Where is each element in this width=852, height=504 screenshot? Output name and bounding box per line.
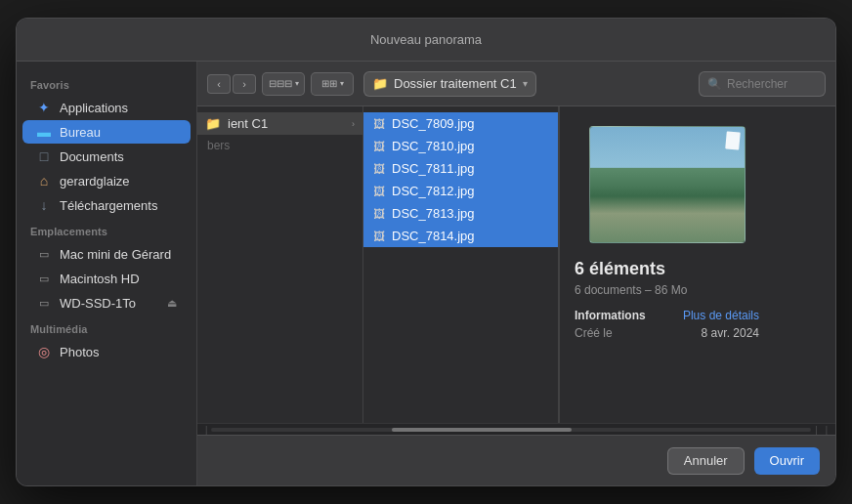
location-pill[interactable]: 📁 Dossier traitement C1 ▾: [363, 71, 536, 97]
sidebar-item-label: gerardglaize: [60, 174, 130, 189]
sidebar-item-documents[interactable]: □ Documents: [22, 145, 191, 168]
sidebar-section-emplacements: Emplacements: [17, 218, 196, 241]
resize-handle-preview[interactable]: |: [822, 425, 831, 435]
sidebar-item-photos[interactable]: ◎ Photos: [22, 340, 191, 363]
middle-column: 🖼 DSC_7809.jpg 🖼 DSC_7810.jpg 🖼 DSC_7811…: [363, 106, 559, 423]
bottom-bar: Annuler Ouvrir: [197, 435, 835, 485]
chevron-right-icon: ›: [352, 119, 355, 129]
open-button[interactable]: Ouvrir: [754, 447, 820, 475]
sidebar-item-bureau[interactable]: ▬ Bureau: [22, 120, 191, 144]
image-icon: 🖼: [373, 117, 385, 131]
folder-name-text: ient C1: [228, 116, 268, 131]
search-box[interactable]: 🔍 Rechercher: [699, 71, 826, 97]
sidebar-item-label: Documents: [60, 149, 124, 164]
image-icon: 🖼: [373, 185, 385, 198]
scrollbar-track[interactable]: [211, 428, 811, 432]
preview-image: [589, 126, 746, 243]
sidebar-section-favoris: Favoris: [17, 71, 196, 95]
sidebar-item-wd-ssd[interactable]: ▭ WD-SSD-1To ⏏: [22, 291, 191, 315]
applications-icon: ✦: [36, 100, 52, 115]
wd-icon: ▭: [36, 295, 52, 311]
forward-button[interactable]: ›: [233, 74, 256, 94]
sidebar-item-label: Téléchargements: [60, 198, 157, 213]
file-item-7809[interactable]: 🖼 DSC_7809.jpg: [363, 112, 558, 135]
resize-handle-right[interactable]: |: [811, 425, 821, 435]
preview-landscape: [590, 127, 745, 242]
documents-icon: □: [36, 148, 52, 164]
mac-mini-icon: ▭: [36, 246, 52, 262]
date-row: Créé le 8 avr. 2024: [575, 326, 759, 340]
info-section: Informations Plus de détails Créé le 8 a…: [575, 309, 759, 344]
grid-view-button[interactable]: ⊞⊞ ▾: [311, 72, 354, 96]
main-area: Favoris ✦ Applications ▬ Bureau □ Docume…: [17, 62, 835, 485]
file-name: DSC_7813.jpg: [392, 206, 475, 221]
sidebar-item-label: Mac mini de Gérard: [60, 247, 171, 262]
folder-icon: 📁: [372, 76, 388, 91]
file-item-7812[interactable]: 🖼 DSC_7812.jpg: [363, 180, 558, 202]
hd-icon: ▭: [36, 271, 52, 286]
resize-handle-left[interactable]: |: [201, 425, 211, 435]
photos-icon: ◎: [36, 344, 52, 359]
image-icon: 🖼: [373, 207, 385, 221]
location-text: Dossier traitement C1: [394, 76, 517, 91]
file-name: DSC_7812.jpg: [392, 184, 475, 198]
sidebar-item-label: WD-SSD-1To: [60, 296, 136, 311]
preview-paper-corner: [725, 131, 741, 149]
chevron-down-icon: ▾: [295, 79, 299, 88]
title-bar-text: Nouveau panorama: [370, 32, 482, 47]
file-item-7814[interactable]: 🖼 DSC_7814.jpg: [363, 225, 558, 247]
location-chevron-icon: ▾: [523, 78, 528, 89]
file-name: DSC_7814.jpg: [392, 229, 475, 243]
sidebar-item-label: Bureau: [60, 125, 101, 140]
bureau-icon: ▬: [36, 124, 52, 140]
chevron-down-icon2: ▾: [340, 79, 344, 88]
preview-sub: 6 documents – 86 Mo: [575, 283, 687, 297]
info-link[interactable]: Plus de détails: [683, 309, 759, 322]
file-name: DSC_7811.jpg: [392, 161, 475, 176]
column-subtitle: bers: [197, 135, 362, 156]
folder-small-icon: 📁: [205, 116, 221, 131]
image-icon: 🖼: [373, 162, 385, 176]
image-icon: 🖼: [373, 140, 385, 153]
sidebar-item-label: Photos: [60, 345, 99, 359]
file-item-7810[interactable]: 🖼 DSC_7810.jpg: [363, 135, 558, 157]
sidebar-item-mac-mini[interactable]: ▭ Mac mini de Gérard: [22, 242, 191, 266]
browser-content: 📁 ient C1 › bers: [197, 106, 835, 423]
info-label: Informations: [575, 309, 646, 322]
folder-item-traitement-c1[interactable]: 📁 ient C1 ›: [197, 112, 362, 135]
eject-icon[interactable]: ⏏: [167, 297, 177, 310]
info-row: Informations Plus de détails: [575, 309, 759, 322]
sidebar-item-label: Applications: [60, 101, 128, 115]
toolbar: ‹ › ⊟⊟⊟ ▾ ⊞⊞ ▾ 📁 Dossier traitement C1 ▾: [197, 62, 835, 106]
preview-panel: 6 éléments 6 documents – 86 Mo Informati…: [559, 106, 774, 423]
date-label: Créé le: [575, 326, 613, 340]
back-button[interactable]: ‹: [207, 74, 231, 94]
column-view-button[interactable]: ⊟⊟⊟ ▾: [262, 72, 305, 96]
scrollbar-area: | | |: [197, 423, 835, 435]
home-icon: ⌂: [36, 173, 52, 189]
sidebar-section-multimedia: Multimédia: [17, 315, 196, 339]
sidebar-item-telechargements[interactable]: ↓ Téléchargements: [22, 193, 191, 217]
column-view-icon: ⊟⊟⊟: [269, 78, 292, 89]
sidebar-item-macintosh-hd[interactable]: ▭ Macintosh HD: [22, 267, 191, 290]
left-column: 📁 ient C1 › bers: [197, 106, 363, 423]
file-item-7813[interactable]: 🖼 DSC_7813.jpg: [363, 202, 558, 225]
sidebar: Favoris ✦ Applications ▬ Bureau □ Docume…: [17, 62, 197, 485]
file-name: DSC_7810.jpg: [392, 139, 475, 153]
download-icon: ↓: [36, 197, 52, 213]
search-placeholder-text: Rechercher: [727, 77, 788, 91]
image-icon: 🖼: [373, 230, 385, 243]
preview-count: 6 éléments: [575, 259, 665, 279]
right-panel: ‹ › ⊟⊟⊟ ▾ ⊞⊞ ▾ 📁 Dossier traitement C1 ▾: [197, 62, 835, 485]
date-value: 8 avr. 2024: [702, 326, 759, 340]
file-name: DSC_7809.jpg: [392, 116, 475, 131]
sidebar-item-label: Macintosh HD: [60, 272, 140, 286]
column-view: 📁 ient C1 › bers: [197, 106, 835, 423]
cancel-button[interactable]: Annuler: [667, 447, 745, 475]
file-item-7811[interactable]: 🖼 DSC_7811.jpg: [363, 157, 558, 180]
sidebar-item-gerardglaize[interactable]: ⌂ gerardglaize: [22, 169, 191, 192]
scrollbar-thumb[interactable]: [392, 428, 572, 432]
search-icon: 🔍: [707, 77, 722, 91]
title-bar: Nouveau panorama: [17, 19, 835, 62]
sidebar-item-applications[interactable]: ✦ Applications: [22, 96, 191, 119]
